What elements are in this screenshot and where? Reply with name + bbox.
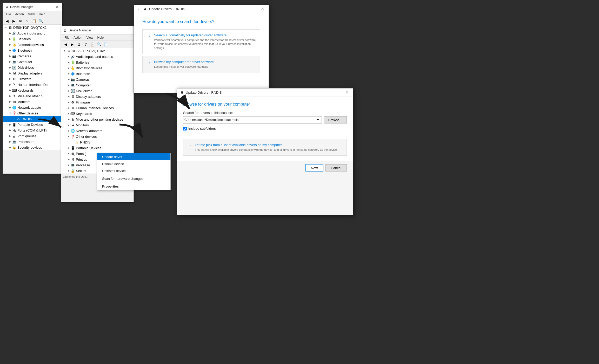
tree-root-2[interactable]: ▼ 🖥 DESKTOP-OVQTCK2 [61, 48, 134, 54]
tree-ports-1[interactable]: ▶ 🔌 Ports (COM & LPT) [3, 127, 62, 133]
tree-firmware-1[interactable]: ▶ ⚙ Firmware [3, 76, 62, 82]
tree-rndis-2[interactable]: ⚠ RNDIS [61, 139, 134, 145]
tree-computer-2[interactable]: ▶ 💻 Computer [61, 82, 134, 88]
include-subfolders-checkbox[interactable] [183, 127, 187, 131]
tree-biometric-2[interactable]: ▶ 👆 Biometric devices [61, 65, 134, 71]
menubar-1: File Action View Help [3, 11, 62, 17]
tree-processors-1[interactable]: ▶ 💻 Processors [3, 139, 62, 145]
tree-keyboard-1[interactable]: ▶ ⌨ Keyboards [3, 87, 62, 93]
dialog-close-2[interactable]: ✕ [344, 90, 350, 96]
tree-bluetooth-1[interactable]: ▶ 🔷 Bluetooth [3, 47, 62, 53]
driver-option-browse[interactable]: → Browse my computer for driver software… [142, 56, 260, 73]
tree-bluetooth-2[interactable]: ▶ 🔷 Bluetooth [61, 71, 134, 77]
menu-file-2[interactable]: File [62, 35, 71, 40]
next-button[interactable]: Next [305, 164, 323, 171]
pick-option[interactable]: → Let me pick from a list of available d… [183, 139, 347, 156]
tree-computer-1[interactable]: ▶ 💻 Computer [3, 59, 62, 65]
tree-firmware-2[interactable]: ▶ ⚙ Firmware [61, 99, 134, 105]
tree-rndis-1[interactable]: ⚠ RNDIS [3, 116, 62, 122]
include-subfolders-row[interactable]: Include subfolders [183, 127, 347, 131]
tree-security-1[interactable]: ▶ 🔒 Security devices [3, 145, 62, 150]
tree-cameras-1[interactable]: ▶ 📷 Cameras [3, 53, 62, 59]
tree-hid-2[interactable]: ▶ 🖱 Human Interface Devices [61, 105, 134, 111]
context-update-driver[interactable]: Update driver [97, 153, 170, 160]
title-1: Device Manager [10, 5, 54, 9]
dialog-title-2: Update Drivers - RNDIS [186, 91, 222, 94]
update-drivers-dialog-1[interactable]: ← 🖥 Update Drivers - RNDIS ✕ How do you … [134, 5, 269, 93]
tree-batteries-1[interactable]: ▶ 🔋 Batteries [3, 36, 62, 42]
tree-other-2[interactable]: ▼ ❓ Other devices [61, 134, 134, 139]
tree-mice-2[interactable]: ▶ 🖱 Mice and other pointing devices [61, 116, 134, 122]
dialog-back-btn-1[interactable]: ← [137, 7, 141, 11]
menu-action-1[interactable]: Action [13, 12, 26, 17]
tree-hid-1[interactable]: ▶ 🖱 Human Interface De [3, 82, 62, 87]
menu-help-2[interactable]: Help [95, 35, 106, 40]
browse-button[interactable]: Browse... [324, 116, 347, 123]
browse-dropdown-arrow[interactable]: ▼ [315, 118, 321, 122]
titlebar-2: 🖥 Device Manager [61, 26, 134, 35]
driver-option-auto[interactable]: → Search automatically for updated drive… [142, 29, 260, 54]
tree-print-1[interactable]: ▶ 🖨 Print queues [3, 133, 62, 139]
dialog-titlebar-1: ← 🖥 Update Drivers - RNDIS ✕ [134, 5, 269, 13]
tree-mice-1[interactable]: ▶ 🖱 Mice and other p [3, 93, 62, 99]
tree-biometric-1[interactable]: ▶ 👆 Biometric devices [3, 42, 62, 47]
dialog-content-1: How do you want to search for drivers? →… [134, 13, 269, 81]
context-properties[interactable]: Properties [97, 183, 170, 190]
option-auto-title: Search automatically for updated driver … [154, 33, 256, 37]
tree-cameras-2[interactable]: ▶ 📷 Cameras [61, 77, 134, 82]
menu-help-1[interactable]: Help [37, 12, 48, 17]
devmgr-btn-2[interactable]: 🖥 [76, 42, 82, 47]
menu-view-2[interactable]: View [84, 35, 95, 40]
menu-action-2[interactable]: Action [71, 35, 84, 40]
help-btn-1[interactable]: ? [24, 18, 30, 24]
prop-btn-2[interactable]: 📋 [89, 42, 96, 47]
tree-monitors-2[interactable]: ▶ 🖥 Monitors [61, 122, 134, 128]
forward-btn-1[interactable]: ▶ [11, 18, 17, 24]
menu-file-1[interactable]: File [4, 12, 13, 17]
tree-display-1[interactable]: ▶ 🖥 Display adapters [3, 70, 62, 76]
menu-view-1[interactable]: View [26, 12, 37, 17]
dialog-close-1[interactable]: ✕ [259, 6, 265, 12]
dialog-title-1: Update Drivers - RNDIS [149, 7, 185, 11]
browse-path-container[interactable]: C:\Users\danth\Desktop\mod-duo-rndis ▼ [183, 116, 322, 123]
back-btn-1[interactable]: ◀ [4, 18, 10, 24]
tree-other-1[interactable]: ▼ ❓ Other devices [3, 110, 62, 116]
extra-btn-2[interactable]: 📄 [103, 42, 109, 47]
tree-portable-2[interactable]: ▶ 📱 Portable Devices [61, 145, 134, 151]
update-drivers-dialog-2[interactable]: 🖥 Update Drivers - RNDIS ✕ Browse for dr… [177, 88, 353, 215]
option-arrow-2: → [147, 60, 151, 65]
prop-btn-1[interactable]: 📋 [31, 18, 37, 24]
device-manager-window-1[interactable]: 🖥 Device Manager ✕ File Action View Help… [3, 3, 62, 174]
tree-portable-1[interactable]: ▶ 📱 Portable Devices [3, 122, 62, 127]
pick-option-title: Let me pick from a list of available dri… [195, 143, 338, 147]
context-menu[interactable]: Update driver Disable device Uninstall d… [97, 153, 171, 190]
help-btn-2[interactable]: ? [83, 42, 89, 47]
tree-network-2[interactable]: ▶ 🌐 Network adapters [61, 128, 134, 134]
context-uninstall-device[interactable]: Uninstall device [97, 167, 170, 174]
devmgr-btn-1[interactable]: 🖥 [17, 18, 24, 24]
dialog-icon-2: 🖥 [180, 91, 184, 95]
back-btn-2[interactable]: ◀ [62, 42, 69, 47]
tree-root-1[interactable]: ▼ 🖥 DESKTOP-OVQTCK2 [3, 25, 62, 30]
scan-btn-1[interactable]: 🔍 [38, 18, 44, 24]
tree-audio-2[interactable]: ▶ 🔊 Audio inputs and outputs [61, 54, 134, 59]
tree-keyboard-2[interactable]: ▶ ⌨ Keyboards [61, 111, 134, 116]
toolbar-1: ◀ ▶ 🖥 ? 📋 🔍 [3, 17, 62, 25]
tree-batteries-2[interactable]: ▶ 🔋 Batteries [61, 59, 134, 65]
context-disable-device[interactable]: Disable device [97, 160, 170, 167]
tree-disk-1[interactable]: ▶ 💽 Disk drives [3, 65, 62, 70]
close-btn-1[interactable]: ✕ [54, 4, 60, 10]
option-auto-desc: Windows will search your computer and th… [154, 38, 256, 50]
scan-btn-2[interactable]: 🔍 [96, 42, 102, 47]
dialog-footer: Next Cancel [177, 161, 353, 175]
context-scan-hardware[interactable]: Scan for hardware changes [97, 175, 170, 182]
browse-search-label: Search for drivers in this location: [183, 111, 347, 115]
cancel-button[interactable]: Cancel [325, 164, 347, 171]
title-2: Device Manager [69, 29, 131, 32]
tree-audio-1[interactable]: ▶ 🔊 Audio inputs and o [3, 30, 62, 36]
forward-btn-2[interactable]: ▶ [69, 42, 75, 47]
tree-disk-2[interactable]: ▶ 💽 Disk drives [61, 88, 134, 94]
tree-monitors-1[interactable]: ▶ 🖥 Monitors [3, 99, 62, 105]
tree-network-1[interactable]: ▶ 🌐 Network adapte [3, 105, 62, 110]
tree-display-2[interactable]: ▶ 🖥 Display adapters [61, 94, 134, 99]
